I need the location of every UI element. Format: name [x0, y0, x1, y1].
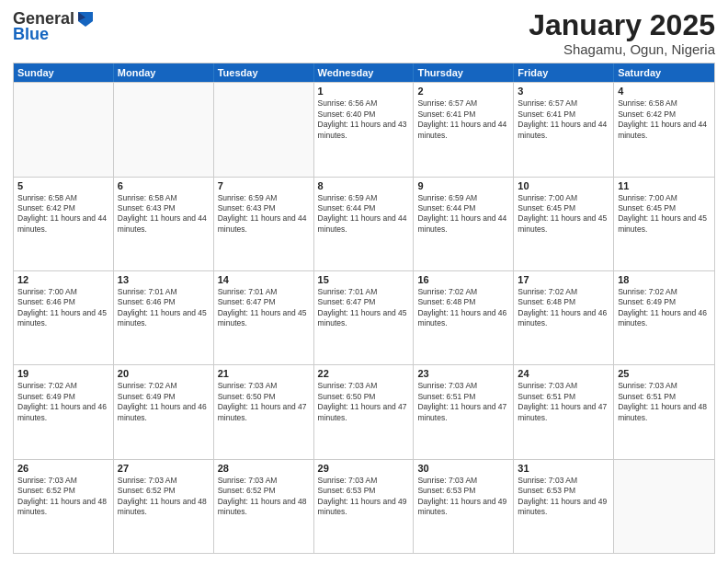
day-info: Sunrise: 7:02 AM Sunset: 6:49 PM Dayligh… [618, 287, 711, 329]
day-info: Sunrise: 6:58 AM Sunset: 6:43 PM Dayligh… [118, 193, 210, 236]
calendar-day-31: 31Sunrise: 7:03 AM Sunset: 6:53 PM Dayli… [514, 460, 614, 553]
day-info: Sunrise: 7:03 AM Sunset: 6:51 PM Dayligh… [417, 381, 509, 423]
calendar-day-2: 2Sunrise: 6:57 AM Sunset: 6:41 PM Daylig… [414, 83, 514, 176]
day-info: Sunrise: 6:56 AM Sunset: 6:40 PM Dayligh… [318, 98, 410, 141]
calendar-day-26: 26Sunrise: 7:03 AM Sunset: 6:52 PM Dayli… [14, 460, 114, 553]
calendar-empty-cell [14, 83, 114, 176]
day-info: Sunrise: 7:03 AM Sunset: 6:53 PM Dayligh… [417, 476, 509, 518]
calendar-day-6: 6Sunrise: 6:58 AM Sunset: 6:43 PM Daylig… [114, 178, 214, 270]
calendar-day-14: 14Sunrise: 7:01 AM Sunset: 6:47 PM Dayli… [214, 271, 314, 364]
calendar-day-7: 7Sunrise: 6:59 AM Sunset: 6:43 PM Daylig… [214, 178, 314, 270]
day-number: 22 [318, 368, 410, 379]
weekday-header-monday: Monday [114, 63, 214, 82]
day-number: 23 [417, 368, 509, 379]
calendar-day-23: 23Sunrise: 7:03 AM Sunset: 6:51 PM Dayli… [414, 365, 514, 458]
day-info: Sunrise: 7:03 AM Sunset: 6:51 PM Dayligh… [518, 381, 609, 423]
calendar-day-13: 13Sunrise: 7:01 AM Sunset: 6:46 PM Dayli… [114, 271, 214, 364]
calendar-day-22: 22Sunrise: 7:03 AM Sunset: 6:50 PM Dayli… [314, 365, 415, 458]
day-number: 16 [417, 274, 509, 285]
day-info: Sunrise: 7:02 AM Sunset: 6:48 PM Dayligh… [417, 287, 509, 329]
day-info: Sunrise: 7:03 AM Sunset: 6:51 PM Dayligh… [618, 381, 711, 423]
day-number: 26 [17, 463, 109, 474]
day-number: 24 [518, 368, 609, 379]
day-number: 6 [118, 180, 210, 191]
header: General Blue January 2025 Shagamu, Ogun,… [13, 9, 715, 57]
calendar-day-27: 27Sunrise: 7:03 AM Sunset: 6:52 PM Dayli… [114, 460, 214, 553]
calendar-header: SundayMondayTuesdayWednesdayThursdayFrid… [14, 63, 714, 82]
calendar-day-11: 11Sunrise: 7:00 AM Sunset: 6:45 PM Dayli… [614, 178, 714, 270]
day-number: 12 [17, 274, 109, 285]
day-number: 10 [518, 180, 609, 191]
calendar-day-29: 29Sunrise: 7:03 AM Sunset: 6:53 PM Dayli… [314, 460, 415, 553]
day-number: 20 [118, 368, 210, 379]
calendar-day-9: 9Sunrise: 6:59 AM Sunset: 6:44 PM Daylig… [414, 178, 514, 270]
calendar-day-4: 4Sunrise: 6:58 AM Sunset: 6:42 PM Daylig… [614, 83, 714, 176]
day-number: 11 [618, 180, 711, 191]
calendar-row-2: 12Sunrise: 7:00 AM Sunset: 6:46 PM Dayli… [14, 270, 714, 364]
calendar-day-8: 8Sunrise: 6:59 AM Sunset: 6:44 PM Daylig… [314, 178, 415, 270]
day-number: 21 [218, 368, 310, 379]
day-info: Sunrise: 6:57 AM Sunset: 6:41 PM Dayligh… [518, 98, 609, 141]
day-info: Sunrise: 7:02 AM Sunset: 6:49 PM Dayligh… [17, 381, 109, 423]
calendar-day-30: 30Sunrise: 7:03 AM Sunset: 6:53 PM Dayli… [414, 460, 514, 553]
day-number: 15 [318, 274, 410, 285]
calendar-day-21: 21Sunrise: 7:03 AM Sunset: 6:50 PM Dayli… [214, 365, 314, 458]
day-number: 2 [417, 86, 509, 97]
day-info: Sunrise: 6:59 AM Sunset: 6:44 PM Dayligh… [318, 193, 410, 236]
weekday-header-thursday: Thursday [414, 63, 514, 82]
logo: General Blue [13, 9, 95, 44]
calendar-day-28: 28Sunrise: 7:03 AM Sunset: 6:52 PM Dayli… [214, 460, 314, 553]
day-info: Sunrise: 7:00 AM Sunset: 6:46 PM Dayligh… [17, 287, 109, 329]
day-number: 30 [417, 463, 509, 474]
day-number: 13 [118, 274, 210, 285]
calendar-day-17: 17Sunrise: 7:02 AM Sunset: 6:48 PM Dayli… [514, 271, 614, 364]
day-info: Sunrise: 7:03 AM Sunset: 6:50 PM Dayligh… [318, 381, 410, 423]
day-number: 3 [518, 86, 609, 97]
calendar-day-5: 5Sunrise: 6:58 AM Sunset: 6:42 PM Daylig… [14, 178, 114, 270]
day-number: 14 [218, 274, 310, 285]
weekday-header-tuesday: Tuesday [214, 63, 314, 82]
calendar-row-4: 26Sunrise: 7:03 AM Sunset: 6:52 PM Dayli… [14, 459, 714, 553]
day-info: Sunrise: 7:03 AM Sunset: 6:50 PM Dayligh… [218, 381, 310, 423]
day-number: 25 [618, 368, 711, 379]
day-info: Sunrise: 7:03 AM Sunset: 6:52 PM Dayligh… [17, 476, 109, 518]
day-info: Sunrise: 6:58 AM Sunset: 6:42 PM Dayligh… [618, 98, 711, 141]
calendar-day-12: 12Sunrise: 7:00 AM Sunset: 6:46 PM Dayli… [14, 271, 114, 364]
day-info: Sunrise: 7:00 AM Sunset: 6:45 PM Dayligh… [618, 193, 711, 236]
month-title: January 2025 [529, 9, 715, 41]
day-info: Sunrise: 7:02 AM Sunset: 6:48 PM Dayligh… [518, 287, 609, 329]
calendar-empty-cell [114, 83, 214, 176]
day-info: Sunrise: 7:03 AM Sunset: 6:52 PM Dayligh… [118, 476, 210, 518]
day-info: Sunrise: 6:58 AM Sunset: 6:42 PM Dayligh… [17, 193, 109, 236]
day-number: 27 [118, 463, 210, 474]
day-number: 9 [417, 180, 509, 191]
title-block: January 2025 Shagamu, Ogun, Nigeria [529, 9, 715, 57]
day-info: Sunrise: 7:03 AM Sunset: 6:53 PM Dayligh… [318, 476, 410, 518]
day-info: Sunrise: 6:57 AM Sunset: 6:41 PM Dayligh… [417, 98, 509, 141]
day-number: 8 [318, 180, 410, 191]
location: Shagamu, Ogun, Nigeria [529, 41, 715, 57]
day-info: Sunrise: 7:01 AM Sunset: 6:47 PM Dayligh… [318, 287, 410, 329]
day-info: Sunrise: 7:00 AM Sunset: 6:45 PM Dayligh… [518, 193, 609, 236]
calendar-day-25: 25Sunrise: 7:03 AM Sunset: 6:51 PM Dayli… [614, 365, 714, 458]
weekday-header-friday: Friday [514, 63, 614, 82]
calendar-empty-cell [214, 83, 314, 176]
day-number: 18 [618, 274, 711, 285]
calendar-day-19: 19Sunrise: 7:02 AM Sunset: 6:49 PM Dayli… [14, 365, 114, 458]
day-info: Sunrise: 7:02 AM Sunset: 6:49 PM Dayligh… [118, 381, 210, 423]
calendar-row-1: 5Sunrise: 6:58 AM Sunset: 6:42 PM Daylig… [14, 177, 714, 270]
calendar: SundayMondayTuesdayWednesdayThursdayFrid… [13, 63, 715, 554]
day-info: Sunrise: 7:01 AM Sunset: 6:47 PM Dayligh… [218, 287, 310, 329]
logo-blue: Blue [13, 25, 49, 44]
day-info: Sunrise: 6:59 AM Sunset: 6:43 PM Dayligh… [218, 193, 310, 236]
calendar-day-16: 16Sunrise: 7:02 AM Sunset: 6:48 PM Dayli… [414, 271, 514, 364]
page: General Blue January 2025 Shagamu, Ogun,… [0, 0, 728, 563]
day-number: 1 [318, 86, 410, 97]
day-info: Sunrise: 7:03 AM Sunset: 6:52 PM Dayligh… [218, 476, 310, 518]
weekday-header-saturday: Saturday [614, 63, 714, 82]
calendar-day-3: 3Sunrise: 6:57 AM Sunset: 6:41 PM Daylig… [514, 83, 614, 176]
calendar-body: 1Sunrise: 6:56 AM Sunset: 6:40 PM Daylig… [14, 82, 714, 553]
day-info: Sunrise: 7:01 AM Sunset: 6:46 PM Dayligh… [118, 287, 210, 329]
day-number: 5 [17, 180, 109, 191]
calendar-day-18: 18Sunrise: 7:02 AM Sunset: 6:49 PM Dayli… [614, 271, 714, 364]
